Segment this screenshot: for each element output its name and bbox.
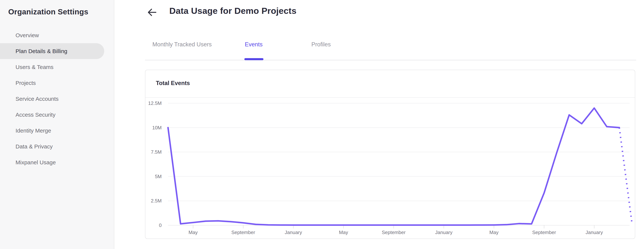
active-tab-indicator <box>244 58 264 60</box>
sidebar-item-plan-details-billing[interactable]: Plan Details & Billing <box>0 43 104 59</box>
app-root: Organization Settings OverviewPlan Detai… <box>0 0 644 249</box>
sidebar-nav: OverviewPlan Details & BillingUsers & Te… <box>0 27 114 170</box>
x-tick-label: September <box>231 230 255 235</box>
events-line-chart: 12.5M10M7.5M5M2.5M0MaySeptemberJanuaryMa… <box>146 98 635 239</box>
x-tick-label: September <box>532 230 556 235</box>
y-tick-label: 2.5M <box>151 198 162 204</box>
x-tick-label: January <box>586 230 603 235</box>
card-header: Total Events <box>146 70 635 98</box>
tab-divider <box>145 60 636 60</box>
events-line[interactable] <box>168 108 619 225</box>
card-title: Total Events <box>156 80 190 87</box>
y-tick-label: 0 <box>159 223 162 228</box>
tab-events[interactable]: Events <box>218 40 289 49</box>
sidebar: Organization Settings OverviewPlan Detai… <box>0 0 114 249</box>
page-title: Data Usage for Demo Projects <box>169 5 296 16</box>
tab-monthly-tracked-users[interactable]: Monthly Tracked Users <box>146 40 218 49</box>
x-tick-label: January <box>435 230 452 235</box>
x-tick-label: May <box>188 230 198 235</box>
sidebar-item-mixpanel-usage[interactable]: Mixpanel Usage <box>0 154 114 170</box>
total-events-card: Total Events 12.5M10M7.5M5M2.5M0MaySepte… <box>145 70 635 239</box>
y-tick-label: 10M <box>152 125 162 130</box>
x-tick-label: May <box>339 230 348 235</box>
y-tick-label: 12.5M <box>148 100 162 106</box>
sidebar-item-service-accounts[interactable]: Service Accounts <box>0 91 114 107</box>
x-tick-label: September <box>382 230 406 235</box>
tab-profiles[interactable]: Profiles <box>289 40 353 49</box>
sidebar-item-access-security[interactable]: Access Security <box>0 107 114 123</box>
y-tick-label: 7.5M <box>151 149 162 155</box>
x-tick-label: January <box>285 230 302 235</box>
sidebar-title: Organization Settings <box>8 7 88 16</box>
sidebar-item-data-privacy[interactable]: Data & Privacy <box>0 139 114 154</box>
sidebar-item-users-teams[interactable]: Users & Teams <box>0 59 114 75</box>
sidebar-item-projects[interactable]: Projects <box>0 75 114 91</box>
arrow-left-icon <box>147 7 157 17</box>
x-tick-label: May <box>489 230 498 235</box>
sidebar-item-identity-merge[interactable]: Identity Merge <box>0 123 114 139</box>
events-line-projected[interactable] <box>619 128 632 223</box>
y-tick-label: 5M <box>155 174 162 179</box>
sidebar-item-overview[interactable]: Overview <box>0 27 114 43</box>
back-button[interactable] <box>147 7 157 17</box>
